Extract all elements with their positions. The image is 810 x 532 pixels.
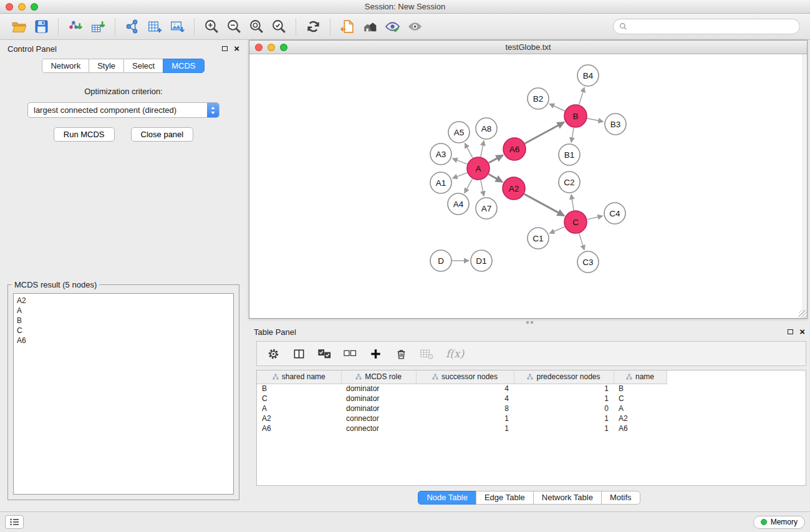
table-cell[interactable]: B bbox=[614, 384, 667, 394]
import-network-button[interactable] bbox=[64, 16, 87, 37]
tab-select[interactable]: Select bbox=[123, 59, 163, 73]
graph-edge-C-C3[interactable] bbox=[579, 233, 584, 250]
network-canvas[interactable]: B4B2BB3A8A5A6A3B1AC2A1A2A4A7C4CC1DD1C3 bbox=[249, 54, 807, 318]
table-cell[interactable]: connector bbox=[341, 414, 416, 423]
graph-node-C2[interactable]: C2 bbox=[559, 172, 580, 193]
float-table-panel-icon[interactable] bbox=[788, 329, 793, 334]
table-cell[interactable]: dominator bbox=[341, 384, 416, 394]
folder-open-button[interactable] bbox=[7, 16, 30, 37]
home-button[interactable] bbox=[359, 16, 381, 37]
graph-edge-B-B3[interactable] bbox=[587, 118, 604, 122]
network-zoom-button[interactable] bbox=[280, 44, 287, 51]
zoom-selected-button[interactable] bbox=[268, 16, 290, 37]
delete-table-button[interactable] bbox=[420, 344, 433, 363]
table-cell[interactable]: 1 bbox=[514, 394, 614, 404]
graph-edge-A-A8[interactable] bbox=[481, 141, 484, 157]
graph-edge-A-A5[interactable] bbox=[465, 143, 473, 158]
task-history-button[interactable] bbox=[5, 515, 24, 529]
resize-handle-icon[interactable] bbox=[799, 310, 807, 318]
close-panel-icon[interactable]: × bbox=[234, 45, 239, 52]
table-cell[interactable]: A bbox=[614, 404, 667, 414]
column-header-predecessor-nodes[interactable]: predecessor nodes bbox=[514, 370, 614, 384]
table-tab-network-table[interactable]: Network Table bbox=[533, 491, 602, 505]
mcds-result-item[interactable]: A6 bbox=[17, 336, 230, 346]
graph-node-C[interactable]: C bbox=[564, 211, 587, 233]
zoom-window-button[interactable] bbox=[31, 3, 38, 11]
table-cell[interactable]: B bbox=[257, 384, 341, 394]
table-cell[interactable]: C bbox=[257, 394, 341, 404]
zoom-out-button[interactable] bbox=[223, 16, 245, 37]
settings-gear-button[interactable] bbox=[267, 344, 280, 363]
table-cell[interactable]: A6 bbox=[257, 423, 341, 433]
columns-button[interactable] bbox=[292, 344, 306, 363]
table-row[interactable]: A2connector11A2 bbox=[257, 414, 667, 423]
add-table-button[interactable] bbox=[143, 16, 166, 37]
mcds-result-item[interactable]: A2 bbox=[17, 296, 230, 306]
table-cell[interactable]: 4 bbox=[416, 394, 514, 404]
network-graph[interactable]: B4B2BB3A8A5A6A3B1AC2A1A2A4A7C4CC1DD1C3 bbox=[249, 54, 807, 318]
table-cell[interactable]: 8 bbox=[416, 404, 514, 414]
table-cell[interactable]: A6 bbox=[614, 423, 667, 433]
table-cell[interactable]: 4 bbox=[416, 384, 514, 394]
mcds-result-item[interactable]: C bbox=[17, 326, 230, 336]
graph-node-C3[interactable]: C3 bbox=[577, 251, 599, 273]
table-cell[interactable]: A bbox=[257, 404, 341, 414]
graph-edge-B-B2[interactable] bbox=[549, 104, 565, 112]
graph-node-A2[interactable]: A2 bbox=[503, 177, 525, 200]
table-cell[interactable]: dominator bbox=[341, 404, 416, 414]
hide-details-button[interactable] bbox=[403, 16, 426, 37]
table-cell[interactable]: 1 bbox=[416, 414, 514, 423]
search-input[interactable] bbox=[631, 22, 794, 31]
network-close-button[interactable] bbox=[255, 44, 263, 51]
close-window-button[interactable] bbox=[6, 3, 13, 11]
import-table-button[interactable] bbox=[87, 16, 109, 37]
graph-node-A1[interactable]: A1 bbox=[430, 172, 451, 193]
network-minimize-button[interactable] bbox=[268, 44, 275, 51]
save-button[interactable] bbox=[30, 16, 52, 37]
table-cell[interactable]: 1 bbox=[514, 384, 614, 394]
graph-edge-C-C1[interactable] bbox=[549, 227, 564, 233]
network-button[interactable] bbox=[121, 16, 143, 37]
graph-node-A7[interactable]: A7 bbox=[476, 198, 497, 219]
graph-edge-A-A4[interactable] bbox=[465, 179, 473, 193]
graph-node-B2[interactable]: B2 bbox=[528, 88, 549, 109]
graph-edge-A-A6[interactable] bbox=[489, 155, 503, 163]
graph-node-A6[interactable]: A6 bbox=[503, 138, 526, 160]
graph-node-A4[interactable]: A4 bbox=[448, 193, 469, 215]
graph-node-A5[interactable]: A5 bbox=[448, 122, 470, 143]
graph-node-B[interactable]: B bbox=[564, 105, 587, 127]
table-cell[interactable]: connector bbox=[341, 423, 416, 433]
zoom-in-button[interactable] bbox=[200, 16, 223, 37]
mcds-result-list[interactable]: A2ABCA6 bbox=[13, 293, 234, 495]
graph-node-A[interactable]: A bbox=[467, 157, 489, 180]
float-panel-icon[interactable] bbox=[222, 46, 228, 51]
graph-node-B3[interactable]: B3 bbox=[605, 114, 626, 135]
refresh-layout-button[interactable] bbox=[302, 16, 324, 37]
table-cell[interactable]: 1 bbox=[416, 423, 514, 433]
table-row[interactable]: Cdominator41C bbox=[257, 394, 667, 404]
graph-node-B1[interactable]: B1 bbox=[559, 144, 580, 165]
memory-button[interactable]: Memory bbox=[753, 516, 805, 529]
graph-node-B4[interactable]: B4 bbox=[577, 65, 599, 86]
mcds-result-item[interactable]: A bbox=[17, 306, 230, 316]
table-tab-edge-table[interactable]: Edge Table bbox=[476, 491, 534, 505]
graph-node-A3[interactable]: A3 bbox=[430, 143, 451, 165]
table-row[interactable]: Bdominator41B bbox=[257, 384, 667, 394]
graph-edge-A-A7[interactable] bbox=[481, 180, 484, 196]
table-tab-motifs[interactable]: Motifs bbox=[601, 491, 640, 505]
table-row[interactable]: Adominator80A bbox=[257, 404, 667, 414]
minimize-window-button[interactable] bbox=[18, 3, 26, 11]
tab-style[interactable]: Style bbox=[89, 59, 124, 73]
close-table-panel-icon[interactable]: × bbox=[799, 328, 805, 336]
graph-edge-A-A2[interactable] bbox=[489, 174, 503, 181]
table-row[interactable]: A6connector11A6 bbox=[257, 423, 667, 433]
table-cell[interactable]: 1 bbox=[514, 414, 614, 423]
table-tab-node-table[interactable]: Node Table bbox=[418, 491, 476, 505]
table-cell[interactable]: dominator bbox=[341, 394, 416, 404]
canvas-scrollbar[interactable] bbox=[803, 54, 807, 318]
graph-node-C4[interactable]: C4 bbox=[604, 203, 625, 224]
document-button[interactable] bbox=[336, 16, 359, 37]
graph-node-D[interactable]: D bbox=[430, 250, 451, 271]
add-row-button[interactable] bbox=[369, 344, 382, 363]
zoom-fit-button[interactable] bbox=[245, 16, 268, 37]
